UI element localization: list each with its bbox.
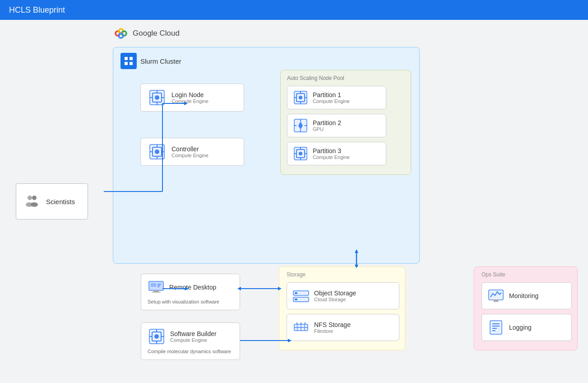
scientists-label: Scientists: [46, 198, 75, 206]
scientists-box: Scientists: [16, 183, 88, 220]
svg-rect-10: [125, 62, 128, 65]
partition-2-subtitle: GPU: [313, 126, 341, 132]
object-storage-box: Object Storage Cloud Storage: [287, 282, 399, 309]
object-storage-icon: [292, 287, 310, 304]
partition-1-text: Partition 1 Compute Engine: [313, 91, 350, 104]
remote-desktop-description: Setup with visualization software: [148, 299, 233, 305]
partition-2-icon: [293, 118, 308, 133]
auto-scaling-box: Auto Scaling Node Pool Partition 1: [280, 70, 411, 175]
login-node: Login Node Compute Engine: [140, 84, 244, 112]
partition-1-subtitle: Compute Engine: [313, 98, 350, 104]
logging-title: Logging: [509, 324, 532, 331]
svg-rect-48: [295, 292, 297, 294]
partition-1-title: Partition 1: [313, 91, 350, 98]
svg-rect-70: [151, 283, 156, 287]
svg-rect-61: [490, 321, 502, 334]
slurm-cluster-label: Slurm Cluster: [140, 57, 181, 65]
slurm-icon: [120, 53, 137, 69]
remote-desktop-header: Remote Desktop: [148, 279, 233, 296]
software-builder-header: Software Builder Compute Engine: [148, 327, 233, 346]
nfs-storage-box: NFS Storage Filestore: [287, 314, 399, 341]
svg-point-21: [155, 149, 159, 154]
login-node-subtitle: Compute Engine: [171, 98, 208, 104]
svg-point-1: [32, 196, 37, 200]
partition-1-box: Partition 1 Compute Engine: [287, 86, 386, 109]
object-storage-text: Object Storage Cloud Storage: [314, 290, 356, 302]
controller-node: Controller Compute Engine: [140, 138, 244, 166]
partition-2-title: Partition 2: [313, 119, 341, 126]
svg-point-41: [299, 152, 302, 155]
partition-2-text: Partition 2 GPU: [313, 119, 341, 132]
nfs-storage-subtitle: Filestore: [314, 328, 351, 334]
ops-suite-section: Ops Suite Monitoring: [474, 266, 578, 350]
storage-section: Storage Object Storage Cloud Storage: [279, 266, 405, 350]
controller-text: Controller Compute Engine: [171, 145, 208, 158]
partition-3-subtitle: Compute Engine: [313, 154, 350, 160]
svg-rect-8: [125, 57, 128, 60]
login-node-text: Login Node Compute Engine: [171, 91, 208, 104]
software-builder-title: Software Builder: [170, 330, 217, 337]
ops-suite-label: Ops Suite: [482, 271, 570, 278]
svg-point-3: [31, 202, 38, 207]
controller-title: Controller: [171, 145, 208, 153]
top-bar: HCLS Blueprint: [0, 0, 588, 20]
remote-desktop-title-text: Remote Desktop: [169, 284, 216, 291]
controller-compute-icon: [148, 143, 166, 161]
slurm-header: Slurm Cluster: [113, 47, 419, 72]
svg-point-76: [154, 334, 159, 339]
partition-3-title: Partition 3: [313, 147, 350, 154]
svg-rect-11: [130, 62, 133, 65]
controller-subtitle: Compute Engine: [171, 153, 208, 158]
remote-desktop-box: Remote Desktop Setup with visualization …: [141, 274, 240, 310]
partition-3-text: Partition 3 Compute Engine: [313, 147, 350, 160]
login-node-box: Login Node Compute Engine: [140, 84, 244, 118]
auto-scaling-label: Auto Scaling Node Pool: [287, 75, 404, 81]
controller-box: Controller Compute Engine: [140, 138, 244, 172]
nfs-storage-text: NFS Storage Filestore: [314, 321, 351, 334]
google-cloud-label: Google Cloud: [133, 29, 180, 38]
svg-point-14: [155, 95, 159, 100]
software-builder-icon: [148, 327, 166, 346]
svg-rect-49: [295, 299, 297, 300]
monitoring-icon: [487, 287, 505, 304]
main-content: Scientists Google Cloud: [0, 20, 588, 383]
svg-point-28: [299, 96, 302, 99]
partition-2-box: Partition 2 GPU: [287, 114, 386, 137]
software-builder-box: Software Builder Compute Engine Compile …: [141, 322, 240, 360]
google-cloud-logo-icon: [113, 27, 129, 40]
partition-3-icon: [293, 146, 308, 161]
svg-rect-58: [489, 290, 503, 300]
remote-desktop-icon: [148, 279, 165, 296]
software-builder-title-text: Software Builder Compute Engine: [170, 330, 217, 343]
object-storage-subtitle: Cloud Storage: [314, 297, 356, 302]
gc-header: Google Cloud: [113, 27, 180, 40]
svg-rect-9: [130, 57, 133, 60]
software-builder-subtitle: Compute Engine: [170, 337, 217, 343]
logging-icon: [487, 319, 505, 336]
logging-box: Logging: [482, 314, 572, 341]
partition-1-icon: [293, 90, 308, 105]
right-panel: Google Cloud Slurm Cluster: [104, 20, 588, 383]
svg-point-7: [119, 33, 123, 38]
nfs-storage-title: NFS Storage: [314, 321, 351, 328]
partition-3-box: Partition 3 Compute Engine: [287, 142, 386, 165]
app-title: HCLS Blueprint: [9, 5, 65, 15]
software-builder-description: Compile molecular dynamics software: [148, 348, 233, 355]
login-node-compute-icon: [148, 89, 166, 107]
storage-label: Storage: [287, 271, 398, 278]
scientists-icon: [23, 193, 41, 210]
monitoring-box: Monitoring: [482, 282, 572, 309]
svg-point-0: [28, 196, 32, 200]
slurm-cluster-box: Slurm Cluster Login Node: [113, 47, 420, 264]
nfs-storage-icon: [292, 319, 310, 336]
monitoring-title: Monitoring: [509, 292, 538, 299]
login-node-title: Login Node: [171, 91, 208, 98]
object-storage-title: Object Storage: [314, 290, 356, 297]
remote-desktop-title: Remote Desktop: [169, 284, 216, 291]
left-panel: Scientists: [0, 20, 104, 383]
